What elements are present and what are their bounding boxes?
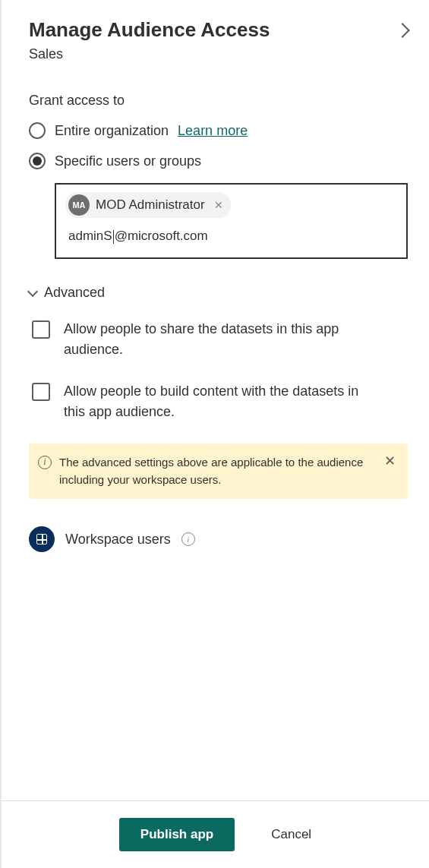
- panel-title: Manage Audience Access: [29, 18, 270, 42]
- publish-app-button[interactable]: Publish app: [119, 818, 235, 851]
- radio-specific-users-label: Specific users or groups: [55, 153, 201, 169]
- advanced-expander[interactable]: Advanced: [29, 285, 408, 301]
- workspace-users-label: Workspace users: [65, 532, 171, 548]
- radio-entire-org-label: Entire organization: [55, 123, 169, 139]
- user-chip[interactable]: MA MOD Administrator ✕: [65, 192, 231, 218]
- chip-name: MOD Administrator: [96, 197, 205, 213]
- user-picker-input[interactable]: MA MOD Administrator ✕ adminS@microsoft.…: [55, 183, 408, 259]
- workspace-info-icon[interactable]: [181, 532, 195, 546]
- radio-specific-users-row[interactable]: Specific users or groups: [29, 153, 408, 169]
- radio-entire-org-row[interactable]: Entire organization Learn more: [29, 122, 408, 139]
- workspace-icon: [29, 526, 55, 552]
- people-picker-text[interactable]: adminS@microsoft.com: [65, 229, 397, 244]
- info-icon: [38, 456, 52, 469]
- checkbox-build-label: Allow people to build content with the d…: [64, 381, 367, 422]
- footer: Publish app Cancel: [2, 800, 429, 868]
- info-text: The advanced settings above are applicab…: [59, 454, 374, 488]
- typed-suffix: @microsoft.com: [115, 229, 208, 243]
- avatar: MA: [68, 194, 90, 216]
- info-message-bar: The advanced settings above are applicab…: [29, 443, 408, 499]
- typed-prefix: adminS: [68, 229, 112, 243]
- info-close-icon[interactable]: ✕: [381, 454, 399, 468]
- chevron-down-icon: [27, 286, 38, 296]
- cancel-button[interactable]: Cancel: [271, 827, 311, 842]
- checkbox-build-content[interactable]: [32, 383, 50, 401]
- panel-subtitle: Sales: [29, 46, 408, 62]
- chip-remove-icon[interactable]: ✕: [214, 199, 223, 211]
- checkbox-build-content-row[interactable]: Allow people to build content with the d…: [32, 381, 408, 422]
- checkbox-share-label: Allow people to share the datasets in th…: [64, 319, 367, 360]
- learn-more-link[interactable]: Learn more: [178, 123, 248, 139]
- checkbox-share-datasets-row[interactable]: Allow people to share the datasets in th…: [32, 319, 408, 360]
- radio-specific-users[interactable]: [29, 153, 46, 169]
- checkbox-share-datasets[interactable]: [32, 320, 50, 339]
- advanced-label: Advanced: [44, 285, 105, 301]
- text-caret-icon: [113, 230, 114, 244]
- radio-entire-org[interactable]: [29, 122, 46, 139]
- collapse-chevron-icon[interactable]: [395, 23, 410, 38]
- workspace-users-row: Workspace users: [29, 526, 408, 552]
- grant-access-label: Grant access to: [29, 93, 408, 109]
